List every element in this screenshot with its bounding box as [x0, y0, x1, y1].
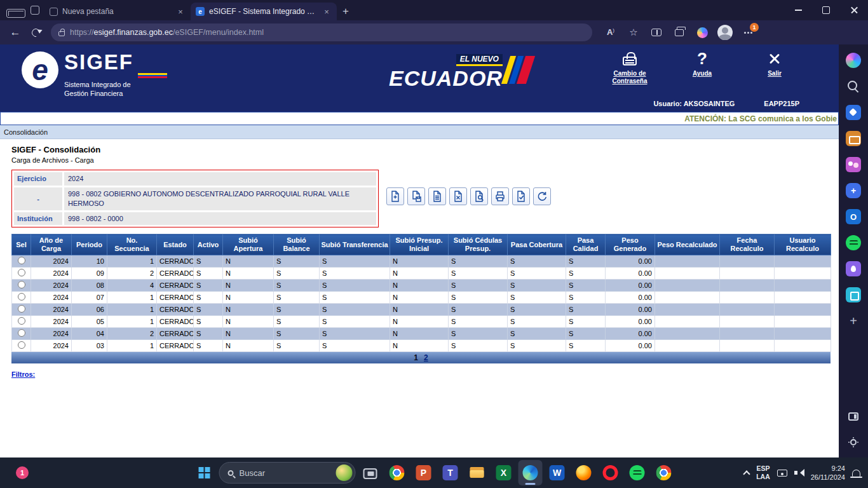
maximize-button[interactable]	[812, 0, 840, 20]
edge-icon[interactable]	[519, 460, 543, 485]
el-nuevo-ecuador-brand: EL NUEVO ECUADOR	[389, 53, 531, 90]
opera-icon[interactable]	[599, 460, 623, 485]
workspaces-icon[interactable]	[6, 0, 25, 20]
close-window-button[interactable]	[840, 0, 868, 20]
taskbar-search[interactable]: Buscar	[219, 462, 356, 484]
tab-actions-icon[interactable]	[25, 0, 44, 20]
cell: S	[566, 328, 606, 340]
spotify-icon[interactable]	[625, 460, 649, 485]
cell: N	[390, 328, 449, 340]
cell: S	[320, 304, 390, 316]
split-screen-button[interactable]	[646, 22, 667, 43]
notification-bell-icon[interactable]	[852, 470, 860, 477]
sidebar-panel-icon[interactable]	[844, 407, 863, 425]
sidebar-settings-icon[interactable]	[844, 433, 863, 451]
cell: S	[320, 255, 390, 268]
close-tab-icon[interactable]: ×	[322, 7, 332, 17]
cast-icon[interactable]	[777, 470, 787, 477]
column-header: Usuario Recalculo	[775, 234, 831, 255]
row-select-radio[interactable]	[18, 317, 25, 325]
task-view-icon[interactable]	[358, 460, 383, 485]
row-select-radio[interactable]	[18, 269, 25, 276]
clock[interactable]: 9:24 26/11/2024	[811, 464, 845, 482]
new-document-button[interactable]	[386, 187, 404, 205]
close-tab-icon[interactable]: ×	[175, 7, 186, 17]
search-icon	[228, 470, 234, 476]
consult-document-button[interactable]	[470, 187, 488, 205]
print-button[interactable]	[491, 187, 509, 205]
page-number-1[interactable]: 1	[414, 353, 418, 362]
cell: CERRADO	[157, 292, 194, 304]
people-icon[interactable]	[844, 156, 863, 173]
address-bar[interactable]: https://esigef.finanzas.gob.ec/eSIGEF/me…	[51, 24, 592, 41]
outlook-icon[interactable]	[844, 208, 863, 226]
favorites-button[interactable]: ☆	[623, 22, 644, 43]
row-select-radio[interactable]	[18, 257, 25, 264]
firefox-icon[interactable]	[572, 460, 596, 485]
cell	[720, 316, 775, 328]
refresh-button-toolbar[interactable]	[533, 187, 551, 205]
cell: S	[508, 255, 566, 268]
cell: 0.00	[606, 268, 655, 280]
cell: S	[566, 292, 606, 304]
spotify-icon[interactable]	[844, 234, 863, 252]
search-icon[interactable]	[844, 78, 863, 95]
session-info: Usuario: AKSOSAINTEG EAPP215P	[653, 100, 799, 107]
brand-big-text: ECUADOR	[389, 66, 503, 90]
help-button[interactable]: ? Ayuda	[674, 50, 731, 85]
cell: 0.00	[606, 340, 655, 352]
column-header: No. Secuencia	[107, 234, 157, 255]
esigef-logo-e: e	[22, 51, 58, 88]
teams-icon[interactable]	[438, 460, 463, 485]
new-tab-button[interactable]: +	[337, 3, 355, 20]
filters-link[interactable]: Filtros:	[11, 370, 35, 378]
more-menu-button[interactable]: 1	[737, 22, 759, 43]
tools-icon[interactable]	[844, 130, 863, 147]
cell	[775, 280, 831, 292]
cell: S	[194, 304, 223, 316]
table-row: 2024084CERRADOSNSSNSSS0.00	[12, 280, 831, 292]
row-select-radio[interactable]	[18, 293, 25, 301]
language-switcher[interactable]: ESP LAA	[756, 464, 770, 481]
refresh-button[interactable]	[25, 22, 46, 43]
chrome-2-icon[interactable]	[652, 460, 676, 485]
file-explorer-icon[interactable]	[465, 460, 489, 485]
page-number-2[interactable]: 2	[424, 353, 428, 362]
row-select-radio[interactable]	[18, 329, 25, 337]
games-icon[interactable]	[844, 182, 863, 200]
change-password-button[interactable]: Cambio de Contraseña	[601, 50, 658, 85]
mark-document-button[interactable]	[428, 187, 446, 205]
copilot-icon[interactable]	[844, 51, 863, 69]
row-select-radio[interactable]	[18, 341, 25, 349]
taskbar-notification-badge[interactable]: 1	[16, 466, 29, 479]
read-aloud-button[interactable]: A)	[600, 22, 621, 43]
drop-icon[interactable]	[844, 260, 863, 278]
tab-nueva-pestana[interactable]: Nueva pestaña ×	[44, 3, 191, 20]
powerpoint-icon[interactable]	[412, 460, 436, 485]
minimize-button[interactable]	[784, 0, 812, 20]
volume-icon[interactable]	[794, 469, 804, 477]
chrome-icon[interactable]	[385, 460, 409, 485]
save-document-button[interactable]	[407, 187, 425, 205]
tray-expand-icon[interactable]	[743, 470, 750, 477]
approve-document-button[interactable]	[512, 187, 530, 205]
start-button[interactable]	[193, 460, 217, 485]
cell: S	[274, 304, 320, 316]
row-select-radio[interactable]	[18, 281, 25, 288]
shopping-icon[interactable]	[844, 104, 863, 121]
rewards-button[interactable]	[691, 22, 713, 43]
profile-button[interactable]	[714, 22, 736, 43]
row-select-radio[interactable]	[18, 305, 25, 313]
tab-esigef[interactable]: eSIGEF - Sistema Integrado de G ×	[191, 3, 337, 20]
add-sidebar-item-icon[interactable]	[844, 312, 863, 330]
column-header: Estado	[157, 234, 194, 255]
cell: 2	[107, 268, 157, 280]
back-button[interactable]: ←	[5, 22, 25, 43]
excel-icon[interactable]	[492, 460, 516, 485]
delete-document-button[interactable]	[449, 187, 467, 205]
logout-button[interactable]: Salir	[746, 50, 803, 85]
column-header: Año de Carga	[31, 234, 72, 255]
designer-icon[interactable]	[844, 286, 863, 304]
word-icon[interactable]	[545, 460, 569, 485]
collections-button[interactable]	[668, 22, 690, 43]
